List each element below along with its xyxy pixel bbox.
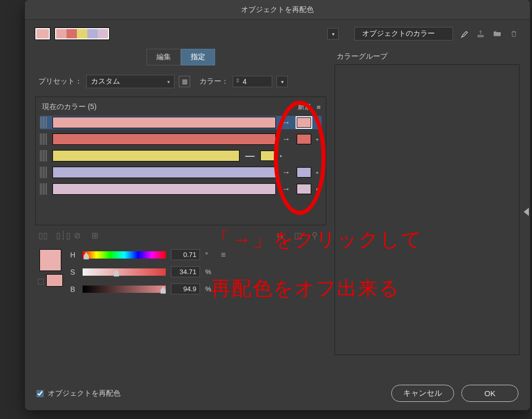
target-swatch[interactable] bbox=[297, 134, 311, 144]
target-swatch[interactable] bbox=[297, 117, 311, 128]
ok-button[interactable]: OK bbox=[461, 385, 518, 402]
color-group-strip[interactable] bbox=[55, 28, 109, 39]
randomize-saturation-icon[interactable]: ◫ bbox=[294, 231, 305, 240]
color-count-dropdown[interactable]: ▾ bbox=[276, 76, 288, 87]
recolor-checkbox[interactable] bbox=[36, 390, 44, 397]
row-handle[interactable] bbox=[40, 167, 47, 178]
hue-slider[interactable] bbox=[83, 251, 166, 259]
preset-label: プリセット： bbox=[38, 77, 82, 86]
saturation-slider[interactable] bbox=[83, 268, 166, 276]
row-handle[interactable] bbox=[40, 150, 47, 161]
color-row[interactable]: —▸ bbox=[40, 149, 322, 163]
target-swatch[interactable] bbox=[297, 184, 311, 194]
merge-icon[interactable]: ▯▯ bbox=[38, 231, 50, 240]
find-color-icon[interactable]: ⚲ bbox=[312, 231, 323, 240]
saturation-input[interactable]: 34.71 bbox=[171, 266, 200, 277]
color-groups-list[interactable] bbox=[335, 64, 520, 355]
recolor-dialog: オブジェクトを再配色 ▾ オブジェクトのカラー 編集 指定 bbox=[25, 0, 530, 410]
randomize-order-icon[interactable]: ⇆ bbox=[276, 231, 288, 240]
color-count-input[interactable]: 4 bbox=[233, 76, 272, 87]
chevron-down-icon: ▾ bbox=[167, 79, 170, 85]
recolor-arrow-icon[interactable]: → bbox=[281, 184, 291, 194]
color-row[interactable]: →▸ bbox=[40, 116, 322, 129]
brightness-slider[interactable] bbox=[83, 286, 166, 293]
panel-tools: ▯▯ ▯┆▯ ⊘ ⊞ ⇆ ◫ ⚲ bbox=[35, 225, 326, 240]
current-color-swatch[interactable] bbox=[35, 28, 50, 39]
titlebar: オブジェクトを再配色 bbox=[25, 0, 530, 20]
toolbar: ▾ オブジェクトのカラー bbox=[25, 20, 530, 46]
target-menu-icon[interactable]: ▸ bbox=[316, 186, 322, 192]
brightness-input[interactable]: 94.9 bbox=[171, 283, 200, 294]
preset-options-icon[interactable]: ▦ bbox=[179, 76, 190, 87]
row-handle[interactable] bbox=[40, 183, 47, 195]
expand-panel-icon[interactable] bbox=[524, 208, 529, 216]
source-color-bar[interactable] bbox=[52, 150, 240, 161]
color-groups-label: カラーグループ bbox=[337, 52, 520, 61]
target-menu-icon[interactable]: ▸ bbox=[316, 120, 322, 125]
tab-group: 編集 指定 bbox=[35, 49, 326, 65]
brightness-label: B bbox=[68, 285, 77, 293]
main-area: 編集 指定 プリセット： カスタム ▾ ▦ カラー： 4 ▾ 現在 bbox=[25, 46, 530, 376]
target-menu-icon[interactable]: ▸ bbox=[316, 170, 322, 175]
cancel-button[interactable]: キャンセル bbox=[391, 385, 454, 402]
exclude-icon[interactable]: ⊘ bbox=[74, 231, 85, 240]
tab-edit[interactable]: 編集 bbox=[147, 49, 181, 65]
recolor-off-icon[interactable]: — bbox=[245, 151, 255, 161]
color-row[interactable]: →▸ bbox=[40, 132, 322, 146]
target-swatch[interactable] bbox=[297, 167, 311, 178]
color-row[interactable]: →▸ bbox=[40, 166, 322, 179]
source-color-bar[interactable] bbox=[52, 183, 276, 195]
cube-icon[interactable]: ⬚ bbox=[37, 277, 44, 285]
recolor-arrow-icon[interactable]: → bbox=[281, 168, 291, 177]
target-menu-icon[interactable]: ▸ bbox=[316, 137, 322, 142]
hsl-section: ⬚ H 0.71 ° ≡ S bbox=[35, 249, 326, 294]
secondary-swatch[interactable] bbox=[46, 274, 63, 287]
saturation-label: S bbox=[68, 268, 77, 276]
main-swatch[interactable] bbox=[39, 249, 61, 271]
right-panel: カラーグループ bbox=[335, 46, 520, 376]
new-colors-label: 新規 bbox=[298, 102, 311, 112]
dialog-title: オブジェクトを再配色 bbox=[241, 5, 314, 15]
source-color-bar[interactable] bbox=[52, 167, 276, 178]
eyedropper-icon[interactable] bbox=[458, 28, 470, 39]
current-colors-label: 現在のカラー (5) bbox=[42, 102, 97, 112]
hsl-menu-icon[interactable]: ≡ bbox=[221, 250, 225, 260]
save-group-icon[interactable] bbox=[475, 28, 486, 39]
tab-assign[interactable]: 指定 bbox=[181, 49, 215, 65]
color-row[interactable]: →▸ bbox=[40, 182, 322, 196]
folder-icon[interactable] bbox=[491, 28, 503, 39]
left-panel: 編集 指定 プリセット： カスタム ▾ ▦ カラー： 4 ▾ 現在 bbox=[35, 46, 326, 376]
color-list-panel: 現在のカラー (5) 新規 ≡ →▸→▸—▸→▸→▸ bbox=[35, 97, 326, 225]
hue-label: H bbox=[68, 251, 77, 259]
preset-row: プリセット： カスタム ▾ ▦ カラー： 4 ▾ bbox=[35, 75, 326, 88]
new-row-icon[interactable]: ⊞ bbox=[91, 231, 103, 240]
footer: オブジェクトを再配色 キャンセル OK bbox=[25, 376, 530, 410]
split-icon[interactable]: ▯┆▯ bbox=[56, 231, 68, 240]
row-handle[interactable] bbox=[40, 133, 47, 145]
trash-icon[interactable] bbox=[508, 28, 520, 39]
object-color-field[interactable]: オブジェクトのカラー bbox=[354, 27, 453, 40]
color-count-label: カラー： bbox=[200, 77, 229, 86]
hue-input[interactable]: 0.71 bbox=[171, 249, 200, 260]
row-handle[interactable] bbox=[40, 117, 47, 128]
preset-select[interactable]: カスタム ▾ bbox=[86, 75, 175, 88]
source-color-bar[interactable] bbox=[52, 133, 276, 145]
source-color-bar[interactable] bbox=[52, 117, 276, 128]
recolor-arrow-icon[interactable]: → bbox=[281, 118, 291, 127]
recolor-arrow-icon[interactable]: → bbox=[281, 134, 291, 144]
panel-menu-icon[interactable]: ≡ bbox=[316, 103, 320, 111]
recolor-checkbox-label[interactable]: オブジェクトを再配色 bbox=[36, 389, 121, 398]
target-menu-icon[interactable]: ▸ bbox=[280, 153, 285, 158]
target-swatch[interactable] bbox=[260, 151, 275, 161]
group-dropdown-button[interactable]: ▾ bbox=[327, 28, 339, 39]
